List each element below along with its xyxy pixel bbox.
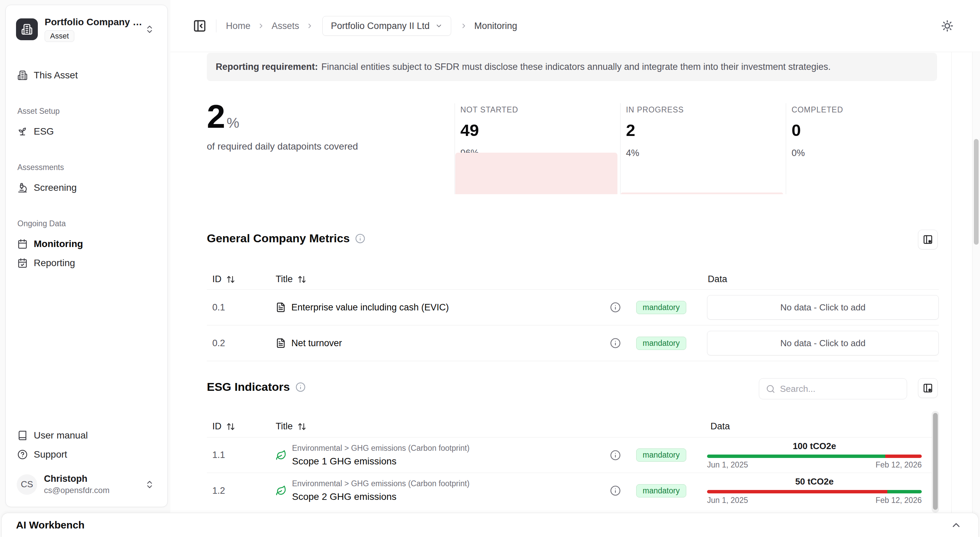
page-scrollbar-track: [972, 52, 980, 513]
breadcrumb: Home Assets Portfolio Company II Ltd Mon…: [226, 16, 517, 36]
sidebar-item-label: Monitoring: [34, 238, 83, 249]
chevron-down-icon: [435, 22, 442, 30]
user-menu[interactable]: CS Christoph cs@opensfdr.com: [14, 470, 159, 499]
leaf-icon: [276, 485, 286, 496]
info-icon[interactable]: [355, 234, 365, 244]
help-circle-icon: [18, 450, 28, 460]
col-header-data: Data: [707, 421, 730, 431]
esg-indicators-heading: ESG Indicators: [207, 380, 305, 394]
sidebar-item-label: Screening: [34, 182, 77, 193]
general-metrics-heading: General Company Metrics: [207, 232, 365, 245]
row-title: Scope 2 GHG emissions: [292, 491, 469, 502]
timeline-start-date: Jun 1, 2025: [707, 496, 748, 505]
chevron-right-icon: [306, 22, 313, 30]
col-header-id[interactable]: ID: [212, 274, 221, 284]
row-title: Scope 1 GHG emissions: [292, 456, 469, 467]
esg-indicators-table: ID Title Data 1.1: [207, 416, 939, 508]
data-timeline[interactable]: 50 tCO2e Jun 1, 2025 Feb 12, 2026: [707, 477, 922, 505]
user-name: Christoph: [44, 473, 110, 484]
content-edge: [951, 52, 952, 513]
info-icon[interactable]: [610, 485, 621, 496]
status-col-not-started: NOT STARTED 49 96%: [455, 103, 620, 194]
breadcrumb-current: Monitoring: [474, 21, 517, 31]
sidebar-item-user-manual[interactable]: User manual: [14, 426, 159, 445]
sidebar-item-this-asset[interactable]: This Asset: [14, 66, 159, 85]
file-text-icon: [276, 302, 286, 313]
table-row[interactable]: 1.1 Environmental > GHG emissions (Carbo…: [207, 437, 939, 473]
coverage-value: 2: [207, 100, 224, 133]
table-scrollbar-thumb[interactable]: [933, 413, 938, 510]
chevron-up-icon[interactable]: [950, 519, 962, 531]
ai-workbench-label: AI Workbench: [16, 519, 84, 531]
sort-icon[interactable]: [226, 275, 235, 284]
search-icon: [766, 384, 775, 394]
general-metrics-table: ID Title Data 0.1: [207, 269, 939, 361]
col-header-title[interactable]: Title: [276, 421, 293, 432]
org-name: Portfolio Company …: [45, 17, 142, 28]
status-col-in-progress: IN PROGRESS 2 4%: [620, 103, 786, 194]
sidebar-item-reporting[interactable]: Reporting: [14, 254, 159, 273]
col-header-title[interactable]: Title: [276, 274, 293, 284]
sidebar-section-assessments: Assessments: [14, 163, 159, 172]
status-label: IN PROGRESS: [626, 105, 786, 114]
no-data-add-button[interactable]: No data - Click to add: [707, 295, 939, 319]
info-icon[interactable]: [610, 450, 621, 461]
info-icon[interactable]: [610, 302, 621, 313]
breadcrumb-home[interactable]: Home: [226, 21, 250, 31]
org-switcher[interactable]: Portfolio Company … Asset: [14, 14, 159, 44]
sidebar-section-ongoing-data: Ongoing Data: [14, 219, 159, 228]
book-icon: [18, 431, 28, 440]
sort-icon[interactable]: [298, 275, 306, 284]
column-settings-button[interactable]: [918, 230, 938, 249]
sidebar-item-screening[interactable]: Screening: [14, 178, 159, 197]
reporting-requirement-banner: Reporting requirement:Financial entities…: [207, 53, 937, 81]
table-settings-icon: [923, 234, 933, 245]
panel-collapse-icon[interactable]: [193, 19, 207, 33]
status-count: 49: [460, 121, 620, 140]
status-count: 2: [626, 121, 786, 140]
sidebar-item-support[interactable]: Support: [14, 445, 159, 464]
org-type-badge: Asset: [45, 30, 74, 42]
sun-icon[interactable]: [939, 18, 956, 34]
column-settings-button[interactable]: [918, 378, 938, 398]
status-fill-bar: [455, 153, 617, 194]
no-data-add-button[interactable]: No data - Click to add: [707, 331, 939, 355]
ai-workbench-bar[interactable]: AI Workbench: [2, 513, 978, 537]
sort-icon[interactable]: [226, 422, 235, 431]
table-scrollbar-track: [932, 411, 939, 513]
entity-selector[interactable]: Portfolio Company II Ltd: [322, 16, 451, 36]
page-scrollbar-thumb[interactable]: [974, 139, 978, 245]
sidebar-item-monitoring[interactable]: Monitoring: [14, 234, 159, 254]
table-row[interactable]: 1.2 Environmental > GHG emissions (Carbo…: [207, 473, 939, 508]
divider: [216, 19, 216, 32]
esg-search[interactable]: [759, 378, 907, 399]
sidebar-section-asset-setup: Asset Setup: [14, 106, 159, 116]
sidebar-item-label: Support: [34, 449, 67, 460]
sidebar-item-label: Reporting: [34, 257, 75, 268]
info-icon[interactable]: [610, 338, 621, 349]
timeline-value: 100 tCO2e: [707, 441, 922, 451]
sidebar-item-label: User manual: [34, 430, 88, 441]
info-icon[interactable]: [296, 382, 305, 392]
sidebar-item-label: ESG: [34, 126, 54, 137]
table-settings-icon: [923, 383, 933, 393]
calendar-check-icon: [18, 258, 28, 268]
row-title: Enterprise value including cash (EVIC): [291, 302, 449, 313]
breadcrumb-assets[interactable]: Assets: [272, 21, 299, 31]
sidebar-item-esg[interactable]: ESG: [14, 122, 159, 141]
table-header: ID Title Data: [207, 416, 939, 437]
user-email: cs@opensfdr.com: [44, 486, 110, 495]
mandatory-badge: mandatory: [636, 301, 686, 314]
sort-icon[interactable]: [298, 422, 306, 431]
data-timeline[interactable]: 100 tCO2e Jun 1, 2025 Feb 12, 2026: [707, 441, 922, 470]
timeline-bar: [707, 454, 922, 458]
chevron-right-icon: [257, 22, 265, 30]
col-header-id[interactable]: ID: [212, 421, 221, 432]
timeline-end-date: Feb 12, 2026: [875, 460, 922, 470]
table-row[interactable]: 0.1 Enterprise value including cash (EVI…: [207, 290, 939, 326]
sidebar-item-label: This Asset: [34, 70, 78, 81]
table-row[interactable]: 0.2 Net turnover mandatory No data - Cli…: [207, 326, 939, 361]
section-title: ESG Indicators: [207, 380, 290, 394]
search-input[interactable]: [780, 384, 900, 394]
sidebar: Portfolio Company … Asset This Asset Ass…: [5, 5, 168, 507]
